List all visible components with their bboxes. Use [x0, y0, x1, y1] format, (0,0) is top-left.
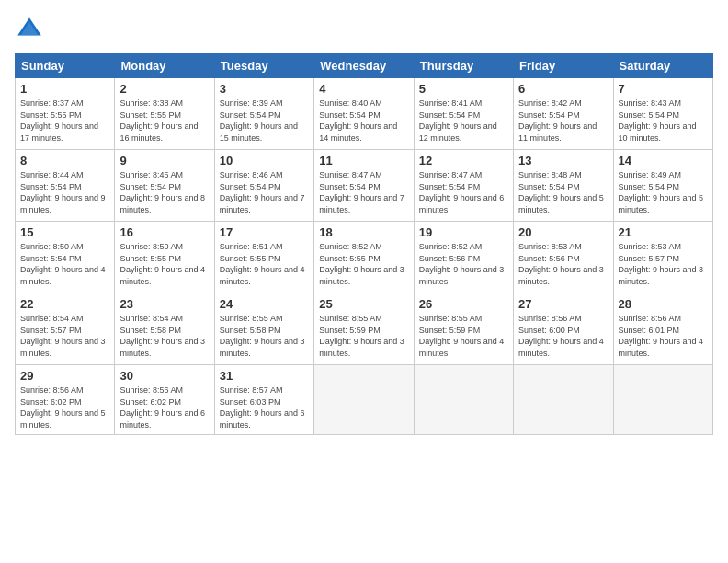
day-cell-2: 2Sunrise: 8:38 AMSunset: 5:55 PMDaylight…	[115, 78, 214, 150]
day-cell-16: 16Sunrise: 8:50 AMSunset: 5:55 PMDayligh…	[115, 222, 214, 293]
day-cell-6: 6Sunrise: 8:42 AMSunset: 5:54 PMDaylight…	[514, 78, 613, 150]
day-cell-12: 12Sunrise: 8:47 AMSunset: 5:54 PMDayligh…	[414, 150, 513, 222]
empty-cell	[514, 365, 613, 435]
day-info: Sunrise: 8:52 AMSunset: 5:55 PMDaylight:…	[319, 241, 408, 287]
day-info: Sunrise: 8:48 AMSunset: 5:54 PMDaylight:…	[518, 169, 608, 215]
day-number: 4	[319, 82, 408, 96]
day-cell-21: 21Sunrise: 8:53 AMSunset: 5:57 PMDayligh…	[613, 222, 712, 293]
day-cell-22: 22Sunrise: 8:54 AMSunset: 5:57 PMDayligh…	[16, 293, 115, 365]
calendar-table: SundayMondayTuesdayWednesdayThursdayFrid…	[15, 53, 713, 435]
day-info: Sunrise: 8:53 AMSunset: 5:57 PMDaylight:…	[619, 241, 708, 287]
empty-cell	[414, 365, 513, 435]
week-row-3: 15Sunrise: 8:50 AMSunset: 5:54 PMDayligh…	[16, 222, 713, 293]
day-info: Sunrise: 8:40 AMSunset: 5:54 PMDaylight:…	[319, 98, 408, 144]
day-info: Sunrise: 8:50 AMSunset: 5:55 PMDaylight:…	[119, 241, 209, 287]
day-number: 15	[20, 225, 109, 239]
logo	[15, 15, 48, 44]
day-info: Sunrise: 8:56 AMSunset: 6:01 PMDaylight:…	[619, 313, 708, 359]
day-info: Sunrise: 8:55 AMSunset: 5:59 PMDaylight:…	[319, 313, 408, 359]
day-number: 21	[619, 225, 708, 239]
day-number: 10	[220, 154, 309, 167]
day-cell-8: 8Sunrise: 8:44 AMSunset: 5:54 PMDaylight…	[16, 150, 115, 222]
day-cell-27: 27Sunrise: 8:56 AMSunset: 6:00 PMDayligh…	[514, 293, 613, 365]
week-row-2: 8Sunrise: 8:44 AMSunset: 5:54 PMDaylight…	[16, 150, 713, 222]
day-cell-18: 18Sunrise: 8:52 AMSunset: 5:55 PMDayligh…	[314, 222, 414, 293]
day-info: Sunrise: 8:47 AMSunset: 5:54 PMDaylight:…	[319, 169, 408, 215]
empty-cell	[314, 365, 414, 435]
calendar-header-monday: Monday	[115, 54, 214, 78]
header	[15, 15, 713, 44]
day-cell-17: 17Sunrise: 8:51 AMSunset: 5:55 PMDayligh…	[214, 222, 313, 293]
day-number: 31	[220, 369, 309, 383]
day-cell-1: 1Sunrise: 8:37 AMSunset: 5:55 PMDaylight…	[16, 78, 115, 150]
day-cell-3: 3Sunrise: 8:39 AMSunset: 5:54 PMDaylight…	[214, 78, 313, 150]
day-cell-13: 13Sunrise: 8:48 AMSunset: 5:54 PMDayligh…	[514, 150, 613, 222]
day-info: Sunrise: 8:52 AMSunset: 5:56 PMDaylight:…	[419, 241, 508, 287]
calendar-header-friday: Friday	[514, 54, 613, 78]
day-cell-20: 20Sunrise: 8:53 AMSunset: 5:56 PMDayligh…	[514, 222, 613, 293]
day-info: Sunrise: 8:43 AMSunset: 5:54 PMDaylight:…	[619, 98, 708, 144]
calendar-header-sunday: Sunday	[16, 54, 115, 78]
week-row-4: 22Sunrise: 8:54 AMSunset: 5:57 PMDayligh…	[16, 293, 713, 365]
day-cell-26: 26Sunrise: 8:55 AMSunset: 5:59 PMDayligh…	[414, 293, 513, 365]
calendar-header-thursday: Thursday	[414, 54, 513, 78]
calendar-header-wednesday: Wednesday	[314, 54, 414, 78]
day-number: 11	[319, 154, 408, 167]
day-number: 16	[119, 225, 209, 239]
day-info: Sunrise: 8:56 AMSunset: 6:00 PMDaylight:…	[518, 313, 608, 359]
day-cell-14: 14Sunrise: 8:49 AMSunset: 5:54 PMDayligh…	[613, 150, 712, 222]
day-number: 20	[518, 225, 608, 239]
day-cell-28: 28Sunrise: 8:56 AMSunset: 6:01 PMDayligh…	[613, 293, 712, 365]
week-row-5: 29Sunrise: 8:56 AMSunset: 6:02 PMDayligh…	[16, 365, 713, 435]
day-cell-29: 29Sunrise: 8:56 AMSunset: 6:02 PMDayligh…	[16, 365, 115, 435]
day-number: 23	[119, 297, 209, 311]
day-cell-24: 24Sunrise: 8:55 AMSunset: 5:58 PMDayligh…	[214, 293, 313, 365]
day-info: Sunrise: 8:57 AMSunset: 6:03 PMDaylight:…	[220, 385, 309, 431]
day-cell-4: 4Sunrise: 8:40 AMSunset: 5:54 PMDaylight…	[314, 78, 414, 150]
day-info: Sunrise: 8:56 AMSunset: 6:02 PMDaylight:…	[119, 385, 209, 431]
day-number: 18	[319, 225, 408, 239]
day-number: 24	[220, 297, 309, 311]
day-info: Sunrise: 8:56 AMSunset: 6:02 PMDaylight:…	[20, 385, 109, 431]
day-info: Sunrise: 8:45 AMSunset: 5:54 PMDaylight:…	[119, 169, 209, 215]
day-number: 13	[518, 154, 608, 167]
day-info: Sunrise: 8:46 AMSunset: 5:54 PMDaylight:…	[220, 169, 309, 215]
calendar-header-tuesday: Tuesday	[214, 54, 313, 78]
day-info: Sunrise: 8:49 AMSunset: 5:54 PMDaylight:…	[619, 169, 708, 215]
week-row-1: 1Sunrise: 8:37 AMSunset: 5:55 PMDaylight…	[16, 78, 713, 150]
day-number: 2	[119, 82, 209, 96]
day-info: Sunrise: 8:47 AMSunset: 5:54 PMDaylight:…	[419, 169, 508, 215]
day-number: 29	[20, 369, 109, 383]
day-cell-7: 7Sunrise: 8:43 AMSunset: 5:54 PMDaylight…	[613, 78, 712, 150]
day-number: 26	[419, 297, 508, 311]
calendar-header-row: SundayMondayTuesdayWednesdayThursdayFrid…	[16, 54, 713, 78]
day-info: Sunrise: 8:53 AMSunset: 5:56 PMDaylight:…	[518, 241, 608, 287]
day-number: 30	[119, 369, 209, 383]
day-number: 12	[419, 154, 508, 167]
day-info: Sunrise: 8:54 AMSunset: 5:57 PMDaylight:…	[20, 313, 109, 359]
day-cell-5: 5Sunrise: 8:41 AMSunset: 5:54 PMDaylight…	[414, 78, 513, 150]
day-cell-31: 31Sunrise: 8:57 AMSunset: 6:03 PMDayligh…	[214, 365, 313, 435]
day-info: Sunrise: 8:44 AMSunset: 5:54 PMDaylight:…	[20, 169, 109, 215]
page: SundayMondayTuesdayWednesdayThursdayFrid…	[0, 0, 728, 563]
day-cell-10: 10Sunrise: 8:46 AMSunset: 5:54 PMDayligh…	[214, 150, 313, 222]
day-number: 1	[20, 82, 109, 96]
day-cell-11: 11Sunrise: 8:47 AMSunset: 5:54 PMDayligh…	[314, 150, 414, 222]
day-info: Sunrise: 8:39 AMSunset: 5:54 PMDaylight:…	[220, 98, 309, 144]
day-cell-9: 9Sunrise: 8:45 AMSunset: 5:54 PMDaylight…	[115, 150, 214, 222]
day-cell-23: 23Sunrise: 8:54 AMSunset: 5:58 PMDayligh…	[115, 293, 214, 365]
day-number: 3	[220, 82, 309, 96]
day-number: 28	[619, 297, 708, 311]
day-number: 7	[619, 82, 708, 96]
day-info: Sunrise: 8:50 AMSunset: 5:54 PMDaylight:…	[20, 241, 109, 287]
day-cell-19: 19Sunrise: 8:52 AMSunset: 5:56 PMDayligh…	[414, 222, 513, 293]
day-info: Sunrise: 8:55 AMSunset: 5:58 PMDaylight:…	[220, 313, 309, 359]
empty-cell	[613, 365, 712, 435]
calendar-header-saturday: Saturday	[613, 54, 712, 78]
day-info: Sunrise: 8:54 AMSunset: 5:58 PMDaylight:…	[119, 313, 209, 359]
day-number: 17	[220, 225, 309, 239]
day-number: 6	[518, 82, 608, 96]
day-number: 22	[20, 297, 109, 311]
day-cell-25: 25Sunrise: 8:55 AMSunset: 5:59 PMDayligh…	[314, 293, 414, 365]
day-info: Sunrise: 8:41 AMSunset: 5:54 PMDaylight:…	[419, 98, 508, 144]
